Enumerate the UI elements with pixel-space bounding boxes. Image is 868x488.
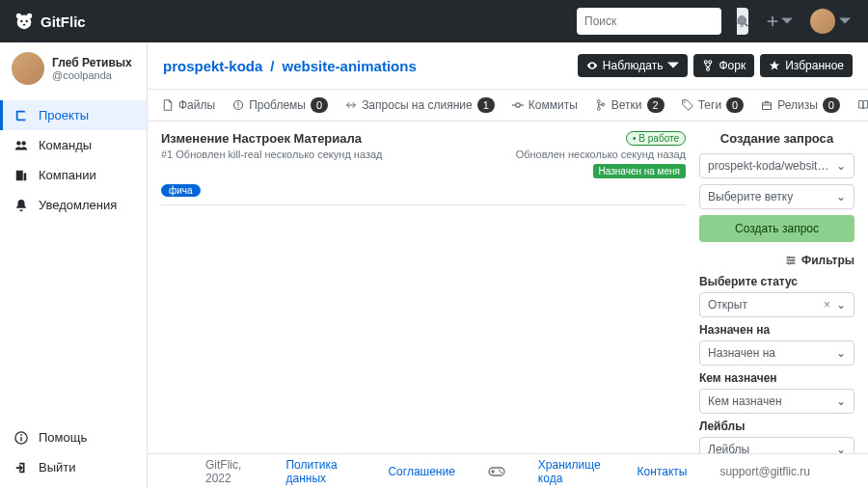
issue-list: Изменение Настроек Материала • В работе … bbox=[148, 122, 699, 453]
svg-point-15 bbox=[707, 68, 710, 70]
footer-contacts[interactable]: Контакты bbox=[637, 465, 688, 478]
svg-point-31 bbox=[788, 257, 790, 258]
tab-releases[interactable]: Релизы0 bbox=[752, 90, 849, 121]
svg-point-4 bbox=[26, 20, 28, 22]
issue-updated: Обновлен несколько секунд назад bbox=[516, 149, 686, 160]
status-label: Выберите статус bbox=[699, 275, 854, 288]
issue-meta: #1 Обновлен kill-real несколько секунд н… bbox=[161, 149, 383, 178]
chevron-down-icon: ⌄ bbox=[836, 346, 846, 360]
svg-point-33 bbox=[788, 262, 790, 264]
assigned-by-label: Кем назначен bbox=[699, 371, 854, 385]
svg-point-25 bbox=[684, 101, 686, 103]
svg-point-2 bbox=[17, 15, 32, 30]
avatar bbox=[810, 9, 835, 34]
sidebar-item-label: Компании bbox=[39, 168, 96, 182]
sidebar-item-label: Проекты bbox=[39, 108, 89, 122]
sidebar: Глеб Ретивых @coolpanda Проекты Команды … bbox=[0, 42, 148, 488]
main-area: prospekt-koda / website-animations Наблю… bbox=[148, 42, 868, 488]
fork-button[interactable]: Форк bbox=[693, 54, 754, 77]
footer-policy[interactable]: Политика данных bbox=[285, 458, 355, 485]
search-input[interactable] bbox=[577, 14, 737, 28]
breadcrumb-owner[interactable]: prospekt-koda bbox=[163, 58, 262, 74]
svg-point-3 bbox=[20, 20, 22, 22]
chevron-down-icon: ⌄ bbox=[836, 443, 846, 453]
tab-wiki[interactable]: Вики bbox=[849, 90, 868, 121]
svg-point-8 bbox=[16, 141, 20, 145]
eye-icon bbox=[586, 60, 598, 71]
sidebar-item-teams[interactable]: Команды bbox=[0, 130, 147, 160]
sidebar-item-label: Выйти bbox=[39, 460, 76, 474]
assigned-to-select[interactable]: Назначен на⌄ bbox=[699, 340, 854, 366]
user-avatar bbox=[12, 52, 44, 85]
clear-icon[interactable]: × bbox=[824, 298, 830, 312]
brand-logo[interactable]: GitFlic bbox=[14, 11, 86, 32]
chevron-down-icon: ⌄ bbox=[836, 190, 846, 203]
svg-point-32 bbox=[792, 259, 794, 261]
sidebar-item-help[interactable]: Помощь bbox=[0, 422, 147, 452]
repo-select[interactable]: prospekt-koda/website-animations⌄ bbox=[699, 153, 854, 178]
svg-point-24 bbox=[597, 107, 600, 110]
create-request-title: Создание запроса bbox=[699, 131, 854, 146]
gamepad-icon[interactable] bbox=[488, 466, 505, 477]
tab-merge-requests[interactable]: Запросы на слияние1 bbox=[337, 90, 503, 121]
repo-tabs: Файлы Проблемы0 Запросы на слияние1 Комм… bbox=[148, 89, 868, 122]
sidebar-item-logout[interactable]: Выйти bbox=[0, 452, 147, 482]
svg-point-5 bbox=[23, 24, 26, 26]
filters-heading: Фильтры bbox=[699, 254, 854, 267]
chevron-down-icon: ⌄ bbox=[836, 394, 846, 408]
status-badge: • В работе bbox=[626, 131, 686, 146]
svg-point-37 bbox=[499, 470, 501, 472]
sidebar-item-label: Команды bbox=[39, 138, 92, 152]
svg-rect-11 bbox=[20, 437, 21, 441]
repo-header: prospekt-koda / website-animations Наблю… bbox=[148, 42, 868, 89]
chevron-down-icon: ⌄ bbox=[836, 159, 846, 173]
svg-rect-26 bbox=[763, 103, 772, 110]
fork-icon bbox=[702, 60, 714, 71]
labels-select[interactable]: Лейблы⌄ bbox=[699, 437, 854, 453]
svg-point-38 bbox=[501, 472, 502, 474]
tab-commits[interactable]: Коммиты bbox=[503, 90, 586, 121]
status-select[interactable]: Открыт×⌄ bbox=[699, 292, 854, 317]
user-box[interactable]: Глеб Ретивых @coolpanda bbox=[0, 42, 147, 95]
footer-storage[interactable]: Хранилище кода bbox=[538, 458, 605, 485]
tab-issues[interactable]: Проблемы0 bbox=[224, 90, 337, 121]
breadcrumb-repo[interactable]: website-animations bbox=[283, 58, 417, 74]
create-request-button[interactable]: Создать запрос bbox=[699, 215, 854, 242]
star-icon bbox=[769, 60, 780, 71]
svg-point-22 bbox=[597, 100, 600, 103]
branch-select[interactable]: Выберите ветку⌄ bbox=[699, 184, 854, 209]
labels-label: Лейблы bbox=[699, 420, 854, 433]
book-icon bbox=[14, 109, 29, 122]
user-menu[interactable] bbox=[806, 5, 854, 38]
add-menu[interactable] bbox=[762, 11, 797, 32]
search-box bbox=[577, 8, 721, 35]
breadcrumb-separator: / bbox=[270, 58, 274, 74]
star-button[interactable]: Избранное bbox=[760, 54, 853, 77]
tab-branches[interactable]: Ветки2 bbox=[586, 90, 673, 121]
top-navbar: GitFlic bbox=[0, 0, 868, 42]
footer-agreement[interactable]: Соглашение bbox=[388, 465, 454, 478]
svg-rect-17 bbox=[238, 102, 239, 106]
bear-icon bbox=[14, 11, 35, 32]
assigned-by-select[interactable]: Кем назначен⌄ bbox=[699, 389, 854, 414]
tab-files[interactable]: Файлы bbox=[153, 90, 224, 121]
tab-tags[interactable]: Теги0 bbox=[673, 90, 753, 121]
sidebar-item-companies[interactable]: Компании bbox=[0, 160, 147, 190]
filter-icon bbox=[785, 255, 797, 266]
watch-button[interactable]: Наблюдать bbox=[578, 54, 689, 77]
chevron-down-icon: ⌄ bbox=[836, 298, 846, 312]
chevron-down-icon bbox=[667, 60, 679, 71]
sidebar-item-notifications[interactable]: Уведомления bbox=[0, 190, 147, 220]
user-handle: @coolpanda bbox=[52, 69, 132, 81]
sidebar-item-label: Помощь bbox=[39, 430, 87, 445]
assigned-to-label: Назначен на bbox=[699, 323, 854, 337]
issue-item[interactable]: Изменение Настроек Материала • В работе … bbox=[161, 131, 686, 205]
sidebar-item-projects[interactable]: Проекты bbox=[0, 100, 147, 130]
svg-point-18 bbox=[237, 107, 238, 108]
svg-point-12 bbox=[20, 434, 22, 436]
svg-point-19 bbox=[516, 103, 521, 108]
building-icon bbox=[14, 169, 29, 182]
svg-point-9 bbox=[21, 141, 25, 145]
issue-title: Изменение Настроек Материала bbox=[161, 131, 616, 146]
notifications-icon[interactable] bbox=[731, 11, 752, 32]
